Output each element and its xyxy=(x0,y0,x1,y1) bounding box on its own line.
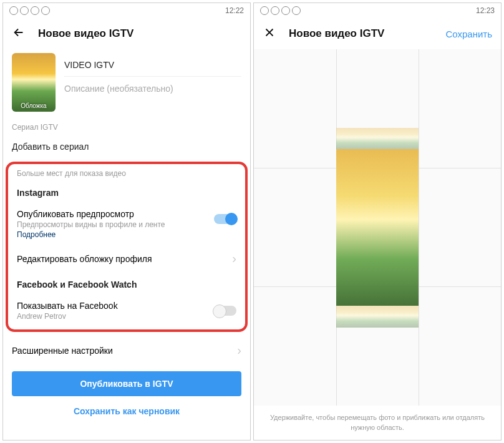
instagram-heading: Instagram xyxy=(8,182,245,204)
edit-cover-row[interactable]: Редактировать обложку профиля xyxy=(8,244,245,273)
fb-show-label: Показывать на Facebook xyxy=(17,301,214,311)
preview-label: Опубликовать предпросмотр xyxy=(17,209,214,219)
more-places-label: Больше мест для показа видео xyxy=(8,164,245,182)
fb-toggle-row: Показывать на Facebook Andrew Petrov xyxy=(8,296,245,326)
draft-button[interactable]: Сохранить как черновик xyxy=(3,400,250,422)
cover-label: Обложка xyxy=(21,102,46,109)
crop-image-fade xyxy=(336,306,419,327)
crop-image-fade xyxy=(336,128,419,149)
status-bar: 12:23 xyxy=(254,3,501,18)
crop-image[interactable] xyxy=(336,149,419,306)
save-button[interactable]: Сохранить xyxy=(445,29,492,39)
publish-button[interactable]: Опубликовать в IGTV xyxy=(12,371,241,396)
video-info-row: Обложка VIDEO IGTV Описание (необязатель… xyxy=(3,49,250,112)
close-icon[interactable] xyxy=(263,26,276,42)
phone-right: 12:23 Новое видео IGTV Сохранить Удержив… xyxy=(253,2,502,441)
status-icons xyxy=(260,6,301,15)
preview-sub: Предпросмотры видны в профиле и ленте xyxy=(17,220,214,229)
status-time: 12:22 xyxy=(225,6,244,15)
facebook-heading: Facebook и Facebook Watch xyxy=(8,273,245,296)
fb-user: Andrew Petrov xyxy=(17,312,214,321)
phone-left: 12:22 Новое видео IGTV Обложка VIDEO IGT… xyxy=(2,2,251,441)
back-icon[interactable] xyxy=(12,26,26,42)
status-bar: 12:22 xyxy=(3,3,250,18)
crop-hint: Удерживайте, чтобы перемещать фото и при… xyxy=(254,406,501,440)
page-title: Новое видео IGTV xyxy=(289,27,433,40)
video-desc-field[interactable]: Описание (необязательно) xyxy=(64,77,241,100)
video-title-field[interactable]: VIDEO IGTV xyxy=(64,53,241,77)
page-title: Новое видео IGTV xyxy=(38,27,241,40)
preview-toggle[interactable] xyxy=(214,214,236,224)
advanced-label: Расширенные настройки xyxy=(12,346,113,356)
chevron-icon xyxy=(237,343,241,358)
add-to-series[interactable]: Добавить в сериал xyxy=(3,135,250,158)
cover-thumbnail[interactable]: Обложка xyxy=(12,53,56,112)
advanced-row[interactable]: Расширенные настройки xyxy=(3,336,250,365)
crop-area[interactable] xyxy=(254,49,501,406)
content: Обложка VIDEO IGTV Описание (необязатель… xyxy=(3,49,250,440)
header: Новое видео IGTV Сохранить xyxy=(254,18,501,49)
chevron-icon xyxy=(232,251,236,266)
fb-toggle[interactable] xyxy=(214,306,236,316)
header: Новое видео IGTV xyxy=(3,18,250,49)
status-time: 12:23 xyxy=(476,6,495,15)
preview-toggle-row: Опубликовать предпросмотр Предпросмотры … xyxy=(8,204,245,229)
highlight-box: Больше мест для показа видео Instagram О… xyxy=(6,162,248,332)
status-icons xyxy=(9,6,50,15)
more-link[interactable]: Подробнее xyxy=(8,229,245,244)
grid-line xyxy=(419,49,419,406)
series-section-label: Сериал IGTV xyxy=(3,112,250,135)
edit-cover-label: Редактировать обложку профиля xyxy=(17,254,152,264)
